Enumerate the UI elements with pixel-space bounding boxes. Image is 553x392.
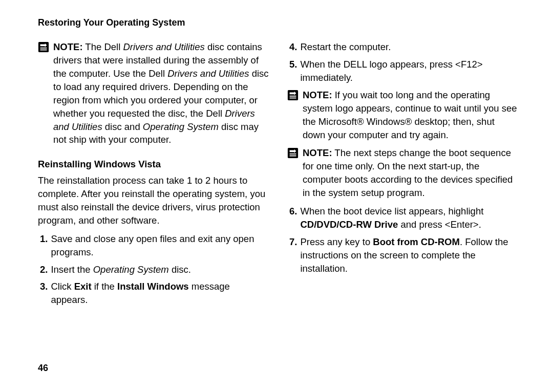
note-label: NOTE: (303, 90, 332, 100)
note-boot-sequence: NOTE: The next steps change the boot seq… (287, 146, 518, 200)
page-number: 46 (38, 362, 48, 375)
step-bold: Exit (74, 281, 92, 292)
step-italic: Operating System (93, 264, 169, 275)
step-number: 3. (40, 280, 48, 307)
paragraph-reinstall-info: The reinstallation process can take 1 to… (38, 174, 269, 227)
note-text: The Dell (83, 41, 123, 52)
note-body: NOTE: If you wait too long and the opera… (303, 89, 518, 142)
note-label: NOTE: (53, 41, 83, 52)
note-icon (38, 41, 49, 53)
step-number: 5. (289, 58, 297, 84)
step-1: 1. Save and close any open files and exi… (38, 232, 269, 259)
step-2: 2. Insert the Operating System disc. (38, 263, 269, 276)
step-text: Save and close any open files and exit a… (51, 232, 269, 259)
step-bold: Install Windows (117, 281, 189, 292)
note-text: If you wait too long and the operating s… (303, 90, 517, 140)
step-text: When the boot device list appears, highl… (300, 205, 518, 231)
step-text-part: and press <Enter>. (398, 219, 481, 230)
step-7: 7. Press any key to Boot from CD-ROM. Fo… (287, 235, 518, 275)
step-4: 4. Restart the computer. (287, 40, 518, 54)
step-number: 6. (289, 205, 297, 231)
heading-reinstalling-vista: Reinstalling Windows Vista (38, 158, 269, 171)
note-drivers-utilities: NOTE: The Dell Drivers and Utilities dis… (38, 40, 269, 146)
note-text: The next steps change the boot sequence … (303, 147, 513, 198)
note-body: NOTE: The Dell Drivers and Utilities dis… (53, 40, 269, 146)
step-number: 4. (289, 40, 297, 54)
step-number: 2. (40, 263, 48, 276)
content-columns: NOTE: The Dell Drivers and Utilities dis… (38, 40, 518, 311)
step-text-part: Insert the (51, 264, 93, 275)
step-text-part: Press any key to (300, 236, 373, 247)
step-text-part: disc. (169, 264, 191, 275)
step-bold: CD/DVD/CD-RW Drive (300, 219, 398, 230)
note-label: NOTE: (303, 147, 332, 158)
left-column: NOTE: The Dell Drivers and Utilities dis… (38, 40, 269, 311)
note-wait-too-long: NOTE: If you wait too long and the opera… (287, 89, 518, 142)
step-text: Restart the computer. (300, 40, 518, 54)
note-text: disc and (102, 121, 143, 132)
step-5: 5. When the DELL logo appears, press <F1… (287, 58, 518, 84)
note-icon (287, 147, 299, 159)
note-italic: Drivers and Utilities (167, 68, 249, 79)
note-italic: Drivers and Utilities (123, 41, 204, 52)
step-6: 6. When the boot device list appears, hi… (287, 205, 518, 231)
note-body: NOTE: The next steps change the boot seq… (303, 146, 518, 200)
step-number: 1. (40, 232, 48, 259)
step-text-part: Click (51, 281, 74, 292)
step-text: Click Exit if the Install Windows messag… (51, 280, 269, 307)
step-text: Press any key to Boot from CD-ROM. Follo… (300, 235, 518, 275)
step-3: 3. Click Exit if the Install Windows mes… (38, 280, 269, 307)
note-italic: Operating System (143, 121, 219, 132)
right-column: 4. Restart the computer. 5. When the DEL… (287, 40, 518, 311)
step-text: Insert the Operating System disc. (51, 263, 269, 276)
page-header: Restoring Your Operating System (38, 16, 518, 29)
step-number: 7. (289, 235, 297, 275)
step-bold: Boot from CD-ROM (373, 236, 460, 247)
step-text: When the DELL logo appears, press <F12> … (300, 58, 518, 84)
note-icon (287, 90, 299, 101)
step-text-part: if the (92, 281, 117, 292)
step-text-part: When the boot device list appears, highl… (300, 206, 483, 216)
